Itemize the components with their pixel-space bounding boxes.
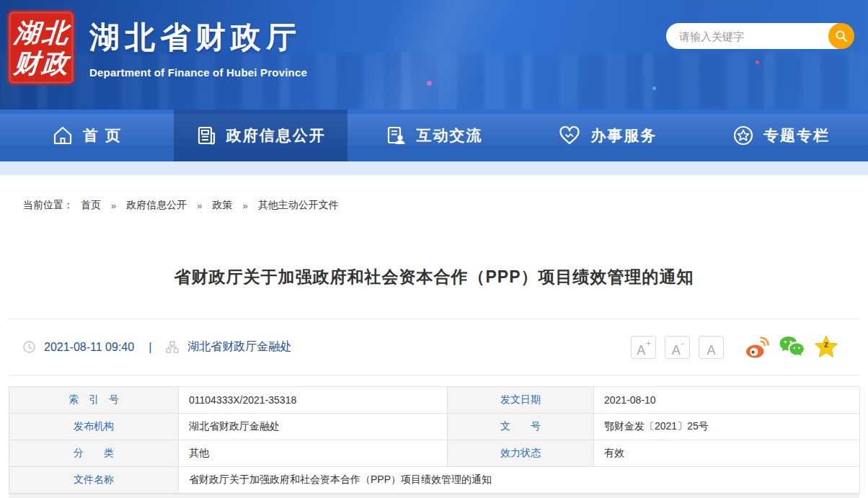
special-column-star-icon [732,125,754,146]
breadcrumb-prefix: 当前位置： [23,199,74,212]
font-smaller-button[interactable]: A- [665,336,690,359]
nav-item-label: 首 页 [83,125,122,146]
wechat-icon [779,335,805,360]
department-org-icon [166,341,179,353]
nav-item-services[interactable]: 办事服务 [521,110,694,161]
table-row: 文件名称 省财政厅关于加强政府和社会资本合作（PPP）项目绩效管理的通知 [9,467,860,494]
search-icon [835,30,848,43]
doc-publisher-value: 湖北省财政厅金融处 [179,414,448,440]
breadcrumb: 当前位置： 首页 » 政府信息公开 » 政策 » 其他主动公开文件 [23,199,346,212]
next-table-row-partial [9,494,859,498]
share-weibo-button[interactable] [744,334,770,360]
main-navigation: 首 页 政府信息公开 互动交流 办事服务 专题专栏 [0,110,868,161]
nav-sub-strip [0,161,868,175]
nav-item-interaction[interactable]: 互动交流 [347,110,521,161]
source-department[interactable]: 湖北省财政厅金融处 [187,339,291,355]
article-meta-left: 2021-08-11 09:40 | 湖北省财政厅金融处 [23,319,291,375]
nav-item-label: 政府信息公开 [226,125,326,146]
doc-publisher-label: 发布机构 [9,414,179,440]
breadcrumb-item-home[interactable]: 首页 [81,199,101,212]
seal-char: 财 [12,48,43,78]
seal-char: 北 [40,17,71,48]
site-subtitle-english: Department of Finance of Hubei Province [89,66,307,79]
doc-issue-date-value: 2021-08-10 [594,387,860,414]
breadcrumb-item-gov-info[interactable]: 政府信息公开 [126,199,187,212]
doc-issue-date-label: 发文日期 [448,387,594,414]
doc-number-label: 文 号 [448,414,594,440]
site-header-banner: 湖 北 财 政 湖北省财政厅 Department of Finance of … [0,0,868,110]
doc-number-value: 鄂财金发〔2021〕25号 [594,414,860,440]
share-wechat-button[interactable] [779,334,805,360]
article-title: 省财政厅关于加强政府和社会资本合作（PPP）项目绩效管理的通知 [0,266,868,288]
seal-char: 政 [40,48,71,78]
site-logo-link[interactable]: 湖 北 财 政 湖北省财政厅 Department of Finance of … [9,12,307,84]
site-search-box [666,23,849,49]
svg-text:z: z [824,339,829,350]
nav-item-gov-info[interactable]: 政府信息公开 [174,110,347,161]
doc-category-value: 其他 [179,440,448,467]
breadcrumb-separator: » [111,200,116,211]
nav-item-special-columns[interactable]: 专题专栏 [694,110,868,161]
doc-validity-label: 效力状态 [448,440,594,467]
nav-item-label: 办事服务 [590,125,657,146]
font-larger-button[interactable]: A+ [631,336,656,359]
nav-item-home[interactable]: 首 页 [0,110,174,161]
interact-icon [385,125,407,146]
breadcrumb-separator: » [197,200,202,211]
site-title-block: 湖北省财政厅 Department of Finance of Hubei Pr… [89,12,307,79]
hubei-finance-seal-logo: 湖 北 财 政 [9,12,74,84]
doc-validity-value: 有效 [594,440,860,467]
main-content: 当前位置： 首页 » 政府信息公开 » 政策 » 其他主动公开文件 省财政厅关于… [0,175,868,498]
city-light-decoration [427,81,432,86]
city-light-decoration [756,61,759,64]
meta-separator: | [149,341,151,354]
divider-line [9,375,859,375]
table-row: 发布机构 湖北省财政厅金融处 文 号 鄂财金发〔2021〕25号 [9,414,860,440]
seal-char: 湖 [12,17,43,48]
share-qzone-button[interactable]: z [813,334,839,360]
gov-info-icon [195,125,217,146]
clock-icon [23,341,35,353]
nav-item-label: 专题专栏 [763,125,830,146]
weibo-icon [744,335,770,360]
table-row: 索 引 号 01104333X/2021-35318 发文日期 2021-08-… [9,387,860,414]
service-heart-icon [558,125,581,146]
doc-file-name-label: 文件名称 [9,467,179,494]
doc-index-label: 索 引 号 [9,387,179,414]
doc-category-label: 分 类 [9,440,179,467]
breadcrumb-item-policy[interactable]: 政策 [212,199,232,212]
city-light-decoration [652,86,656,90]
table-row: 分 类 其他 效力状态 有效 [9,440,860,467]
qzone-star-icon: z [813,335,839,360]
article-meta-row: 2021-08-11 09:40 | 湖北省财政厅金融处 A+ A- A [0,319,868,375]
nav-item-label: 互动交流 [416,125,482,146]
site-title: 湖北省财政厅 [89,17,307,58]
doc-index-value: 01104333X/2021-35318 [179,387,448,414]
doc-file-name-value: 省财政厅关于加强政府和社会资本合作（PPP）项目绩效管理的通知 [179,467,860,494]
publish-time: 2021-08-11 09:40 [44,341,134,354]
article-meta-right: A+ A- A z [631,319,839,375]
search-button[interactable] [828,23,854,49]
home-icon [52,125,74,146]
breadcrumb-item-other-docs[interactable]: 其他主动公开文件 [258,199,339,212]
search-input[interactable] [666,30,828,43]
document-info-table: 索 引 号 01104333X/2021-35318 发文日期 2021-08-… [9,386,860,494]
breadcrumb-separator: » [242,200,247,211]
font-reset-button[interactable]: A [699,336,724,359]
